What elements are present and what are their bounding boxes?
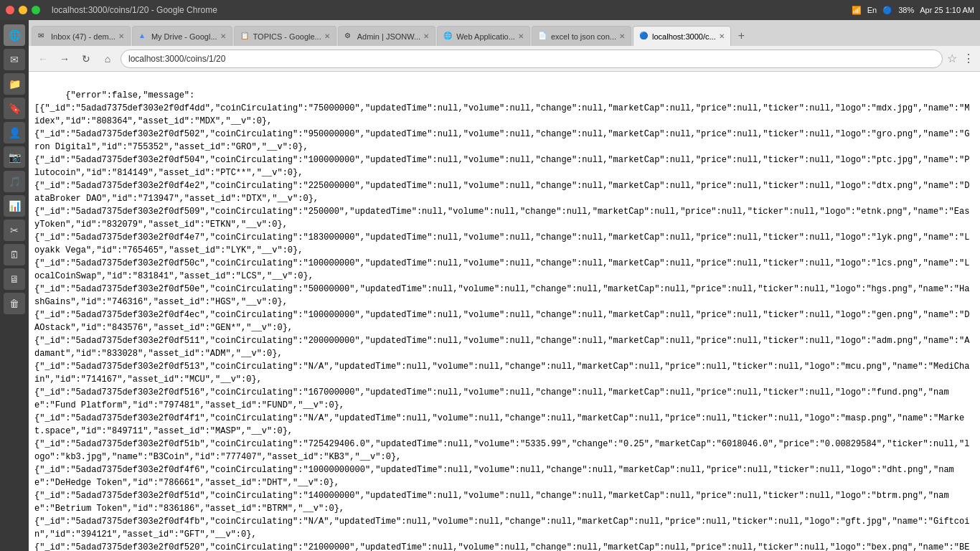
tab-favicon-webapp: 🌐 bbox=[443, 32, 453, 42]
tab-close-webapp[interactable]: ✕ bbox=[518, 32, 524, 40]
sidebar-icon-trash[interactable]: 🗑 bbox=[4, 293, 25, 314]
sidebar-icon-charts[interactable]: 📊 bbox=[4, 195, 25, 217]
page-content: {"error":false,"message": [{"_id":"5adad… bbox=[29, 72, 980, 551]
tab-localhost[interactable]: 🔵 localhost:3000/c... ✕ bbox=[633, 26, 731, 46]
os-icon-wifi: 📶 bbox=[852, 6, 862, 15]
tab-drive[interactable]: ▲ My Drive - Googl... ✕ bbox=[132, 26, 232, 46]
tab-label-gmail: Inbox (47) - dem... bbox=[51, 32, 116, 41]
tab-close-topics[interactable]: ✕ bbox=[324, 32, 330, 40]
json-content: {"error":false,"message": [{"_id":"5adad… bbox=[34, 90, 969, 551]
os-bar-left: localhost:3000/coins/1/20 - Google Chrom… bbox=[6, 5, 217, 15]
sidebar-icon-camera[interactable]: 📷 bbox=[4, 146, 25, 168]
tab-label-localhost: localhost:3000/c... bbox=[652, 32, 716, 41]
os-time: Apr 25 1:10 AM bbox=[920, 6, 974, 14]
maximize-dot[interactable] bbox=[32, 6, 40, 14]
tab-label-drive: My Drive - Googl... bbox=[151, 32, 217, 41]
browser-sidebar: 🌐 ✉ 📁 🔖 👤 📷 🎵 📊 ✂ 🗓 🖥 🗑 bbox=[0, 20, 29, 551]
sidebar-icon-browser[interactable]: 🌐 bbox=[4, 24, 25, 46]
tab-close-gmail[interactable]: ✕ bbox=[118, 32, 124, 40]
tab-excel[interactable]: 📄 excel to json con... ✕ bbox=[532, 26, 631, 46]
sidebar-icon-desktop[interactable]: 🖥 bbox=[4, 268, 25, 290]
window-title: localhost:3000/coins/1/20 - Google Chrom… bbox=[52, 5, 217, 15]
tab-close-admin[interactable]: ✕ bbox=[423, 32, 429, 40]
tab-gmail[interactable]: ✉ Inbox (47) - dem... ✕ bbox=[32, 26, 131, 46]
tab-close-drive[interactable]: ✕ bbox=[220, 32, 226, 40]
sidebar-icon-edit[interactable]: ✂ bbox=[4, 220, 25, 241]
tab-favicon-localhost: 🔵 bbox=[639, 32, 649, 42]
tab-close-excel[interactable]: ✕ bbox=[619, 32, 625, 40]
bookmark-icon[interactable]: ☆ bbox=[947, 52, 957, 65]
home-button[interactable]: ⌂ bbox=[99, 50, 116, 67]
new-tab-button[interactable]: + bbox=[732, 26, 750, 46]
sidebar-icon-music[interactable]: 🎵 bbox=[4, 171, 25, 192]
os-lang: En bbox=[867, 6, 877, 14]
tab-favicon-admin: ⚙ bbox=[344, 32, 354, 42]
tabs-bar: ✉ Inbox (47) - dem... ✕ ▲ My Drive - Goo… bbox=[29, 20, 980, 46]
address-input[interactable] bbox=[121, 50, 943, 68]
tab-favicon-excel: 📄 bbox=[538, 32, 548, 42]
sidebar-icon-files[interactable]: 📁 bbox=[4, 73, 25, 95]
sidebar-icon-mail[interactable]: ✉ bbox=[4, 49, 25, 70]
sidebar-icon-bookmarks[interactable]: 🔖 bbox=[4, 98, 25, 119]
tab-admin[interactable]: ⚙ Admin | JSONW... ✕ bbox=[338, 26, 435, 46]
address-bar: ← → ↻ ⌂ ☆ ⋮ bbox=[29, 46, 980, 72]
main-browser: ✉ Inbox (47) - dem... ✕ ▲ My Drive - Goo… bbox=[29, 20, 980, 551]
tab-close-localhost[interactable]: ✕ bbox=[719, 32, 725, 40]
sidebar-icon-calendar[interactable]: 🗓 bbox=[4, 244, 25, 265]
os-bluetooth: 🔵 bbox=[882, 6, 892, 15]
tab-label-excel: excel to json con... bbox=[551, 32, 616, 41]
menu-icon[interactable]: ⋮ bbox=[963, 52, 974, 65]
back-button[interactable]: ← bbox=[34, 50, 52, 67]
tab-webapp[interactable]: 🌐 Web Applicatio... ✕ bbox=[437, 26, 530, 46]
tab-label-webapp: Web Applicatio... bbox=[456, 32, 515, 41]
os-bar-right: 📶 En 🔵 38% Apr 25 1:10 AM bbox=[852, 6, 974, 15]
forward-button[interactable]: → bbox=[56, 50, 73, 67]
tab-label-admin: Admin | JSONW... bbox=[357, 32, 420, 41]
minimize-dot[interactable] bbox=[19, 6, 27, 14]
tab-topics[interactable]: 📋 TOPICS - Google... ✕ bbox=[234, 26, 336, 46]
os-battery: 38% bbox=[898, 6, 914, 14]
tab-favicon-drive: ▲ bbox=[138, 32, 149, 42]
os-bar: localhost:3000/coins/1/20 - Google Chrom… bbox=[0, 0, 980, 20]
tab-label-topics: TOPICS - Google... bbox=[253, 32, 321, 41]
tab-favicon-gmail: ✉ bbox=[38, 32, 48, 42]
tab-favicon-topics: 📋 bbox=[240, 32, 250, 42]
reload-button[interactable]: ↻ bbox=[77, 50, 95, 67]
close-dot[interactable] bbox=[6, 6, 14, 14]
sidebar-icon-user[interactable]: 👤 bbox=[4, 122, 25, 143]
